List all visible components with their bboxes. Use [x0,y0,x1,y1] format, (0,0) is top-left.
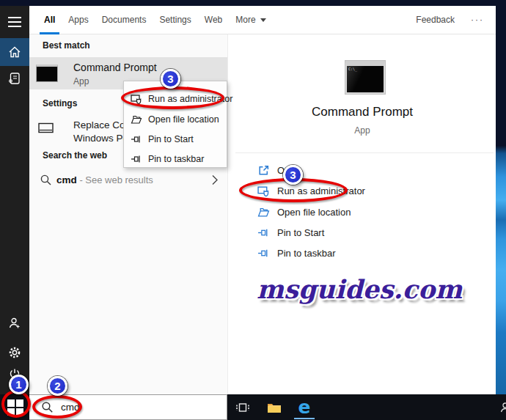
folder-open-icon [257,206,270,218]
settings-header: Settings [43,98,77,108]
desktop-wallpaper [496,6,506,394]
preview-pane: C:\_ Command Prompt App Open Run as admi… [227,34,496,394]
file-explorer-button[interactable] [266,399,282,416]
annotation-badge-1: 1 [9,375,29,394]
file-explorer-icon [267,402,282,414]
tab-settings[interactable]: Settings [159,6,191,34]
annotation-badge-3-menu: 3 [161,69,180,89]
edge-browser-button[interactable]: e [296,399,312,416]
tab-documents[interactable]: Documents [102,6,147,34]
sidebar-item-home[interactable] [0,38,29,66]
divider [235,152,494,153]
windows-search-screenshot: All Apps Documents Settings Web More Fee… [0,0,506,420]
task-view-button[interactable] [235,399,251,416]
chevron-down-icon [260,18,266,22]
chevron-right-icon[interactable] [211,174,219,186]
sidebar-item-settings[interactable] [0,346,29,359]
action-pin-to-taskbar[interactable]: Pin to taskbar [228,243,496,262]
people-icon [499,401,506,414]
best-match-header: Best match [43,40,90,51]
web-search-result[interactable]: cmd - See web results [29,171,227,193]
settings-gear-icon [8,346,21,359]
menu-item-open-file-location[interactable]: Open file location [124,110,227,129]
search-web-header: Search the web [43,150,107,161]
task-view-icon [235,401,250,414]
search-icon [40,174,52,186]
annotation-circle-search [32,395,82,419]
folder-open-icon [131,114,142,125]
result-type: App [73,76,89,86]
tab-web[interactable]: Web [205,6,222,34]
feedback-button[interactable]: Feedback [416,15,455,25]
people-button[interactable] [497,399,506,416]
watermark: msguides.com [257,274,462,304]
action-open-file-location[interactable]: Open file location [228,202,496,221]
tab-all[interactable]: All [44,6,55,34]
result-title: Command Prompt [73,62,157,73]
search-sidebar [0,6,29,394]
tab-more[interactable]: More [235,6,265,34]
pin-icon [131,153,142,165]
search-flyout: All Apps Documents Settings Web More Fee… [0,6,496,394]
add-account-icon [8,317,21,330]
action-open[interactable]: Open [228,161,496,180]
home-icon [8,45,21,59]
pin-icon [131,133,142,145]
hamburger-menu-icon[interactable] [8,16,21,28]
edge-icon: e [298,399,311,416]
sidebar-item-notebook[interactable] [0,72,29,85]
open-icon [257,164,270,177]
command-prompt-icon [36,65,58,82]
menu-item-pin-to-start[interactable]: Pin to Start [124,130,227,149]
sidebar-item-account[interactable] [0,317,29,330]
pin-icon [257,226,270,239]
annotation-badge-3-panel: 3 [283,165,303,185]
pin-icon [257,247,270,259]
search-filter-bar: All Apps Documents Settings Web More Fee… [29,6,496,34]
menu-item-pin-to-taskbar[interactable]: Pin to taskbar [124,150,227,169]
overflow-menu-icon[interactable]: ··· [471,15,484,25]
tab-apps[interactable]: Apps [68,6,88,34]
action-pin-to-start[interactable]: Pin to Start [228,223,496,242]
command-prompt-icon: C:\_ [345,61,385,94]
taskbar-setting-icon [38,122,54,134]
preview-title: Command Prompt [228,105,496,119]
active-app-indicator [294,418,315,419]
annotation-badge-2: 2 [48,376,67,396]
preview-type: App [228,125,496,136]
web-search-label: cmd - See web results [56,174,153,185]
annotation-circle-run-admin-menu [121,86,224,109]
notebook-icon [8,72,21,85]
